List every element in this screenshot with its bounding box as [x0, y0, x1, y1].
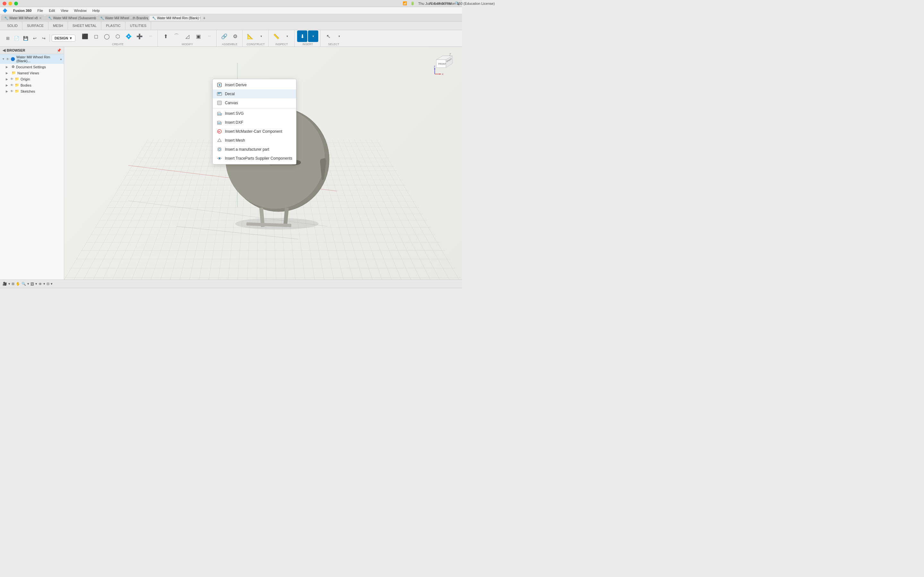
- battery-icon: 🔋: [410, 1, 415, 5]
- tab-surface[interactable]: SURFACE: [23, 22, 48, 30]
- insert-mcmaster-item[interactable]: M Insert McMaster-Carr Component: [213, 127, 296, 136]
- design-dropdown[interactable]: DESIGN ▼: [52, 35, 75, 42]
- chamfer-btn[interactable]: ◿: [182, 31, 192, 42]
- insert-svg-item[interactable]: SVG Insert SVG: [213, 109, 296, 118]
- extrude-btn[interactable]: ◻: [91, 31, 101, 42]
- camera-icon[interactable]: 🎥: [3, 282, 7, 286]
- modify-more-btn[interactable]: ⋯: [204, 31, 214, 42]
- browser-named-views[interactable]: ▶ 📁 Named Views: [0, 70, 64, 76]
- eye-root[interactable]: 👁: [6, 57, 9, 61]
- canvas-item[interactable]: Canvas: [213, 98, 296, 107]
- tab-icon-1: 🔧: [48, 16, 52, 20]
- select-btn[interactable]: ↖: [323, 31, 333, 42]
- menu-view[interactable]: View: [58, 8, 71, 13]
- insert-derive-item[interactable]: Insert Derive: [213, 81, 296, 89]
- insert-dxf-item[interactable]: DXF Insert DXF: [213, 118, 296, 127]
- create-group: ⬛ ◻ ◯ ⬡ 💠 ➕ ⋯: [78, 30, 158, 47]
- undo-button[interactable]: ↩: [31, 34, 39, 42]
- browser-sketches[interactable]: ▶ 👁 📁 Sketches: [0, 88, 64, 94]
- sweep-btn[interactable]: ⬡: [113, 31, 123, 42]
- apps-button[interactable]: ⊞: [4, 34, 11, 42]
- loft-btn[interactable]: 💠: [124, 31, 134, 42]
- offset-plane-btn[interactable]: 📐: [245, 31, 255, 42]
- new-button[interactable]: 📄: [13, 34, 21, 42]
- tab-mesh[interactable]: MESH: [48, 22, 68, 30]
- insert-mesh-item[interactable]: Insert Mesh: [213, 136, 296, 145]
- create-more-btn[interactable]: ⋯: [145, 31, 156, 42]
- eye-sketches[interactable]: 👁: [10, 89, 13, 93]
- viewport[interactable]: Z FRONT RIGHT Z X: [64, 47, 462, 279]
- browser-collapse[interactable]: ◀: [3, 48, 5, 53]
- origin-folder-icon: 📁: [15, 77, 19, 81]
- decal-label: Decal: [225, 92, 235, 96]
- display-mode-icon[interactable]: 🖼: [31, 282, 34, 286]
- tab-solid[interactable]: SOLID: [3, 22, 23, 30]
- menu-window[interactable]: Window: [71, 8, 89, 13]
- tab-utilities[interactable]: UTILITIES: [126, 22, 151, 30]
- redo-button[interactable]: ↪: [40, 34, 47, 42]
- view-mode-icon[interactable]: 👁: [39, 282, 42, 286]
- revolve-btn[interactable]: ◯: [102, 31, 112, 42]
- construct-more-btn[interactable]: ▾: [256, 31, 266, 42]
- tab-plastic[interactable]: PLASTIC: [102, 22, 126, 30]
- insert-btn[interactable]: ⬇: [297, 31, 307, 42]
- extrude-icon: ◻: [94, 33, 98, 39]
- save-button[interactable]: 💾: [22, 34, 29, 42]
- insert-svg-icon: SVG: [216, 111, 222, 116]
- browser-origin[interactable]: ▶ 👁 📁 Origin: [0, 76, 64, 82]
- tab-watermill-v8[interactable]: 🔧 Water Mill Wheel v8 ✕: [1, 15, 45, 21]
- toolbar-content: ⊞ 📄 💾 ↩ ↪ DESIGN ▼ ⬛ ◻ ◯: [0, 30, 462, 47]
- browser-pin[interactable]: 📌: [57, 48, 61, 53]
- select-more-btn[interactable]: ▾: [334, 31, 344, 42]
- tab-watermill-branding[interactable]: 🔧 Water Mill Wheel ...th Branding) v13* …: [97, 15, 149, 21]
- svg-rect-30: [218, 102, 221, 104]
- hand-icon[interactable]: ✋: [16, 282, 20, 286]
- window-controls: [3, 2, 18, 5]
- insert-manufacturer-item[interactable]: Insert a manufacturer part: [213, 145, 296, 154]
- tab-sheet-metal[interactable]: SHEET METAL: [68, 22, 102, 30]
- grid-icon[interactable]: ⊞: [11, 282, 15, 286]
- tab-close-0[interactable]: ✕: [39, 16, 42, 20]
- zoom-icon[interactable]: 🔍: [21, 282, 26, 286]
- measure-icon: 📏: [273, 33, 279, 39]
- modify-group: ⬆ ⌒ ◿ ▣ ⋯ MODIFY: [158, 30, 216, 47]
- chamfer-icon: ◿: [186, 33, 189, 39]
- shell-icon: ▣: [196, 33, 201, 39]
- fillet-btn[interactable]: ⌒: [171, 31, 182, 42]
- insert-manufacturer-icon: [216, 147, 222, 152]
- menu-file[interactable]: File: [35, 8, 45, 13]
- eye-origin[interactable]: 👁: [10, 77, 13, 81]
- browser-doc-settings[interactable]: ▶ ⚙ Document Settings: [0, 64, 64, 70]
- browser-root-item[interactable]: ▼ 👁 🔵 Water Mill Wheel Rim (Blank)... ●: [0, 54, 64, 64]
- press-pull-btn[interactable]: ⬆: [160, 31, 171, 42]
- grid3-icon[interactable]: ⊟: [47, 282, 49, 286]
- tab-icon-3: 🔧: [152, 16, 156, 20]
- svg-marker-25: [439, 73, 441, 75]
- eye-bodies[interactable]: 👁: [10, 83, 13, 87]
- document-tabs: 🔧 Water Mill Wheel v8 ✕ 🔧 Water Mill Whe…: [0, 14, 462, 22]
- menu-edit[interactable]: Edit: [46, 8, 57, 13]
- shell-btn[interactable]: ▣: [193, 31, 204, 42]
- revolve-icon: ◯: [104, 33, 110, 39]
- menu-help[interactable]: Help: [90, 8, 102, 13]
- joint-btn[interactable]: ⚙: [230, 31, 240, 42]
- pipe-btn[interactable]: ➕: [134, 31, 145, 42]
- new-component-assemble-btn[interactable]: 🔗: [219, 31, 229, 42]
- insert-traceparts-item[interactable]: Insert TraceParts Supplier Components: [213, 154, 296, 163]
- insert-more-btn[interactable]: ▾: [308, 31, 318, 42]
- tab-watermill-rim[interactable]: 🔧 Water Mill Wheel Rim (Blank) v1 ✕: [149, 15, 200, 21]
- expand-doc-settings: ▶: [6, 65, 9, 69]
- new-component-btn[interactable]: ⬛: [80, 31, 90, 42]
- browser-bodies[interactable]: ▶ 👁 📁 Bodies: [0, 82, 64, 88]
- maximize-button[interactable]: [14, 2, 18, 5]
- minimize-button[interactable]: [8, 2, 12, 5]
- inspect-more-btn[interactable]: ▾: [282, 31, 292, 42]
- close-button[interactable]: [3, 2, 6, 5]
- measure-btn[interactable]: 📏: [271, 31, 281, 42]
- decal-item[interactable]: Decal: [213, 89, 296, 98]
- tab-label-2: Water Mill Wheel ...th Branding) v13*: [105, 16, 149, 20]
- new-tab-button[interactable]: +: [201, 15, 208, 21]
- view-cube[interactable]: Z FRONT RIGHT Z X: [433, 53, 456, 76]
- expand-root: ▼: [2, 57, 5, 61]
- tab-watermill-subassembly[interactable]: 🔧 Water Mill Wheel (Subassembly) v10* ✕: [45, 15, 97, 21]
